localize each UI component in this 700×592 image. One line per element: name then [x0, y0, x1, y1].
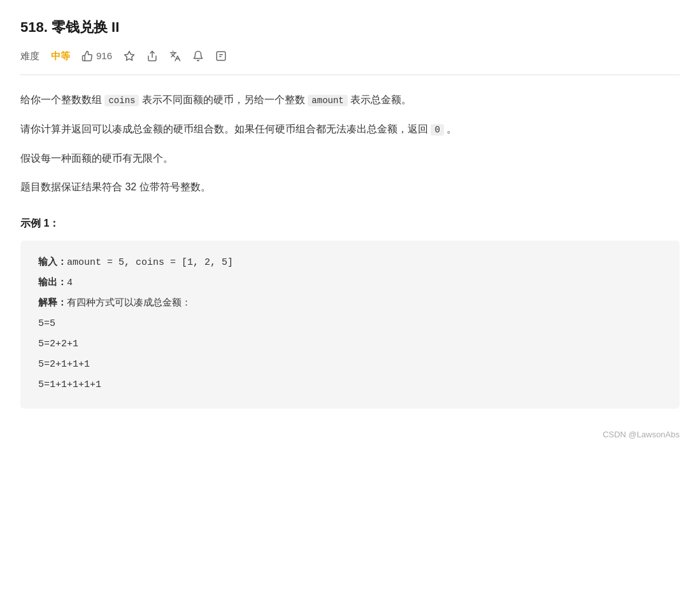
desc-p2-text-after: 。	[444, 123, 457, 134]
example-line-3-prefix: 解释：	[38, 298, 67, 309]
example-line-3-content: 有四种方式可以凑成总金额：	[67, 298, 191, 309]
watermark: CSDN @LawsonAbs	[20, 428, 680, 442]
desc-p1-text-after: 表示总金额。	[348, 94, 411, 105]
problem-body: 给你一个整数数组 coins 表示不同面额的硬币，另给一个整数 amount 表…	[20, 90, 680, 197]
divider	[20, 74, 680, 75]
example-line-2-prefix: 输出：	[38, 278, 67, 288]
translate-icon	[169, 50, 181, 62]
like-icon	[82, 50, 93, 62]
share-button[interactable]	[146, 50, 158, 62]
example-line-2-content: 4	[67, 278, 73, 288]
translate-button[interactable]	[169, 50, 181, 62]
example-line-5: 5=2+2+1	[38, 335, 662, 354]
example-section-title: 示例 1：	[20, 215, 680, 232]
example-line-1: 输入：amount = 5, coins = [1, 2, 5]	[38, 253, 662, 272]
difficulty-value: 中等	[51, 48, 70, 64]
desc-p4-text: 题目数据保证结果符合 32 位带符号整数。	[20, 181, 211, 192]
example-line-7: 5=1+1+1+1+1	[38, 376, 662, 395]
description-para-4: 题目数据保证结果符合 32 位带符号整数。	[20, 178, 680, 197]
example-line-3: 解释：有四种方式可以凑成总金额：	[38, 294, 662, 313]
problem-title: 518. 零钱兑换 II	[20, 15, 680, 39]
share-icon	[146, 50, 158, 62]
desc-p2-code1: 0	[431, 124, 443, 136]
star-icon	[124, 50, 135, 62]
svg-marker-0	[125, 52, 134, 60]
page-container: 518. 零钱兑换 II 难度 中等 916	[0, 0, 700, 467]
meta-row: 难度 中等 916	[20, 48, 680, 64]
star-button[interactable]	[124, 50, 135, 62]
bell-button[interactable]	[192, 50, 204, 62]
description-para-3: 假设每一种面额的硬币有无限个。	[20, 149, 680, 168]
desc-p1-text-middle: 表示不同面额的硬币，另给一个整数	[139, 94, 308, 105]
example-line-2: 输出：4	[38, 274, 662, 293]
desc-p3-text: 假设每一种面额的硬币有无限个。	[20, 153, 173, 164]
note-icon	[215, 50, 227, 62]
example-line-1-content: amount = 5, coins = [1, 2, 5]	[67, 257, 233, 268]
example-line-6: 5=2+1+1+1	[38, 355, 662, 374]
desc-p1-text-before: 给你一个整数数组	[20, 94, 104, 105]
desc-p1-code2: amount	[308, 95, 347, 106]
description-para-1: 给你一个整数数组 coins 表示不同面额的硬币，另给一个整数 amount 表…	[20, 90, 680, 109]
example-line-1-prefix: 输入：	[38, 257, 67, 268]
like-count: 916	[96, 48, 112, 64]
desc-p1-code1: coins	[104, 95, 139, 106]
bell-icon	[192, 50, 204, 62]
note-button[interactable]	[215, 50, 227, 62]
example-line-4: 5=5	[38, 314, 662, 334]
difficulty-label: 难度	[20, 48, 39, 64]
desc-p2-text-before: 请你计算并返回可以凑成总金额的硬币组合数。如果任何硬币组合都无法凑出总金额，返回	[20, 123, 431, 134]
description-para-2: 请你计算并返回可以凑成总金额的硬币组合数。如果任何硬币组合都无法凑出总金额，返回…	[20, 120, 680, 139]
like-button[interactable]: 916	[82, 48, 112, 64]
example-box: 输入：amount = 5, coins = [1, 2, 5] 输出：4 解释…	[20, 241, 680, 409]
